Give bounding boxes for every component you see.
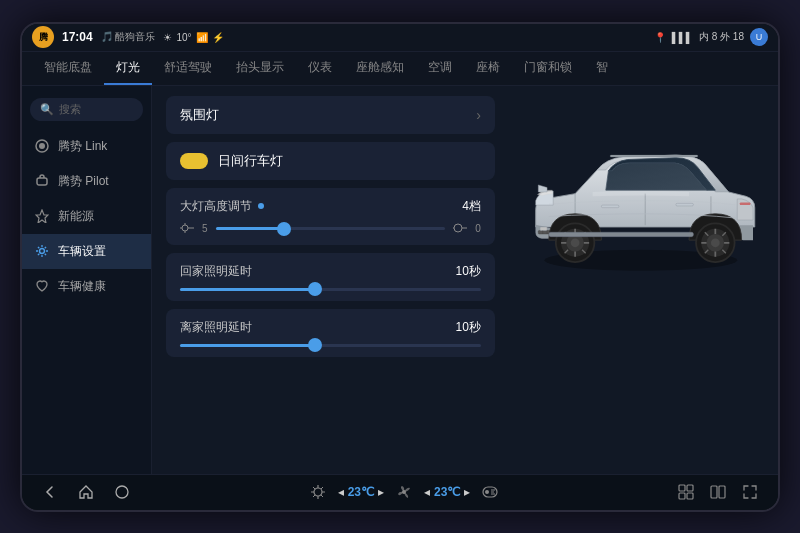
tab-instrument[interactable]: 仪表 — [296, 52, 344, 86]
ambient-light-arrow: › — [476, 107, 481, 123]
svg-rect-53 — [679, 493, 685, 499]
nav-tabs: 智能底盘 灯光 舒适驾驶 抬头显示 仪表 座舱感知 空调 座椅 门窗和锁 智 — [22, 52, 778, 86]
car-image-area — [505, 94, 768, 307]
svg-rect-15 — [740, 202, 751, 205]
user-avatar[interactable]: U — [750, 28, 768, 46]
away-light-delay-row: 离家照明延时 10秒 — [166, 309, 495, 357]
svg-rect-44 — [549, 232, 694, 236]
svg-point-3 — [40, 249, 45, 254]
tab-ac[interactable]: 空调 — [416, 52, 464, 86]
home-delay-slider[interactable] — [180, 288, 481, 291]
tab-smart-chassis[interactable]: 智能底盘 — [32, 52, 104, 86]
search-icon: 🔍 — [40, 103, 54, 116]
bluetooth-icon: ⚡ — [212, 32, 224, 43]
away-delay-label: 离家照明延时 — [180, 319, 252, 336]
tab-comfort-drive[interactable]: 舒适驾驶 — [152, 52, 224, 86]
ambient-light-row[interactable]: 氛围灯 › — [166, 96, 495, 134]
interior-exterior-temp: 内 8 外 18 — [699, 30, 744, 44]
svg-point-9 — [454, 224, 462, 232]
climate-mode-icon[interactable] — [478, 480, 502, 504]
svg-rect-2 — [37, 178, 47, 185]
main-content: 🔍 搜索 腾势 Link — [22, 86, 778, 474]
svg-point-35 — [711, 238, 720, 247]
status-icons: ☀ 10° 📶 ⚡ — [163, 32, 223, 43]
search-placeholder: 搜索 — [59, 102, 81, 117]
headlight-label: 大灯高度调节 — [180, 198, 264, 215]
status-time: 17:04 — [62, 30, 93, 44]
status-bar: 腾 17:04 🎵 酷狗音乐 ☀ 10° 📶 ⚡ 📍 ▌▌▌ 内 8 外 18 … — [22, 24, 778, 52]
tab-seat[interactable]: 座椅 — [464, 52, 512, 86]
grid-view-button[interactable] — [674, 480, 698, 504]
bottom-right-controls — [674, 480, 762, 504]
right-arrow[interactable]: ▸ — [378, 485, 384, 499]
bottom-center-controls: ◂ 23℃ ▸ ◂ 23℃ ▸ — [306, 480, 503, 504]
right-right-arrow[interactable]: ▸ — [464, 485, 470, 499]
left-temp-value: 23℃ — [348, 485, 374, 499]
headlight-right-icon — [453, 223, 467, 235]
headlight-slider-thumb[interactable] — [277, 222, 291, 236]
split-view-button[interactable] — [706, 480, 730, 504]
tab-door-lock[interactable]: 门窗和锁 — [512, 52, 584, 86]
right-left-arrow[interactable]: ◂ — [424, 485, 430, 499]
tab-lights[interactable]: 灯光 — [104, 52, 152, 86]
headlight-steps: 4档 — [462, 198, 481, 215]
tab-seat-sense[interactable]: 座舱感知 — [344, 52, 416, 86]
signal-bars: ▌▌▌ — [672, 32, 693, 43]
svg-rect-54 — [687, 493, 693, 499]
right-temp-display: ◂ 23℃ ▸ — [424, 485, 470, 499]
brand-logo: 腾 — [32, 26, 54, 48]
ac-settings-icon[interactable] — [306, 480, 330, 504]
sidebar-item-label: 腾势 Link — [58, 138, 107, 155]
away-delay-slider[interactable] — [180, 344, 481, 347]
new-energy-icon — [34, 208, 50, 224]
sidebar-item-new-energy[interactable]: 新能源 — [22, 199, 151, 234]
headlight-slider[interactable] — [216, 227, 446, 230]
svg-rect-14 — [676, 203, 694, 206]
wifi-icon: 📶 — [196, 32, 208, 43]
search-box[interactable]: 🔍 搜索 — [30, 98, 143, 121]
fan-icon[interactable] — [392, 480, 416, 504]
home-delay-thumb[interactable] — [308, 282, 322, 296]
sidebar-item-vehicle-health[interactable]: 车辆健康 — [22, 269, 151, 304]
vehicle-settings-icon — [34, 243, 50, 259]
tab-hud[interactable]: 抬头显示 — [224, 52, 296, 86]
left-arrow[interactable]: ◂ — [338, 485, 344, 499]
sidebar: 🔍 搜索 腾势 Link — [22, 86, 152, 474]
status-music: 🎵 酷狗音乐 — [101, 30, 156, 44]
recent-apps-button[interactable] — [110, 480, 134, 504]
home-button[interactable] — [74, 480, 98, 504]
svg-rect-13 — [601, 205, 619, 208]
headlight-left-value: 5 — [202, 223, 208, 234]
sidebar-item-tenge-pilot[interactable]: 腾势 Pilot — [22, 164, 151, 199]
svg-rect-55 — [711, 486, 717, 498]
tab-smart[interactable]: 智 — [584, 52, 620, 86]
svg-rect-52 — [687, 485, 693, 491]
sidebar-item-label: 车辆设置 — [58, 243, 106, 260]
away-delay-thumb[interactable] — [308, 338, 322, 352]
svg-point-4 — [182, 225, 188, 231]
tenge-pilot-icon — [34, 173, 50, 189]
svg-rect-51 — [679, 485, 685, 491]
tenge-link-icon — [34, 138, 50, 154]
svg-point-46 — [116, 486, 128, 498]
svg-rect-56 — [719, 486, 725, 498]
right-temp-value: 23℃ — [434, 485, 460, 499]
daytime-running-row[interactable]: 日间行车灯 — [166, 142, 495, 180]
bottom-left-controls — [38, 480, 134, 504]
back-button[interactable] — [38, 480, 62, 504]
content-area: 氛围灯 › 日间行车灯 大灯高度调节 4档 — [152, 86, 778, 474]
headlight-right-value: 0 — [475, 223, 481, 234]
light-settings: 氛围灯 › 日间行车灯 大灯高度调节 4档 — [166, 96, 495, 357]
svg-point-47 — [314, 488, 322, 496]
fullscreen-button[interactable] — [738, 480, 762, 504]
headlight-slider-row: 5 0 — [180, 223, 481, 235]
sidebar-item-tenge-link[interactable]: 腾势 Link — [22, 129, 151, 164]
ambient-light-label: 氛围灯 — [180, 106, 219, 124]
sidebar-item-label: 车辆健康 — [58, 278, 106, 295]
home-delay-label: 回家照明延时 — [180, 263, 252, 280]
headlight-left-icon — [180, 223, 194, 235]
headlight-slider-fill — [216, 227, 285, 230]
daytime-running-label: 日间行车灯 — [218, 152, 283, 170]
sidebar-item-vehicle-settings[interactable]: 车辆设置 — [22, 234, 151, 269]
status-right: 📍 ▌▌▌ 内 8 外 18 U — [654, 28, 768, 46]
